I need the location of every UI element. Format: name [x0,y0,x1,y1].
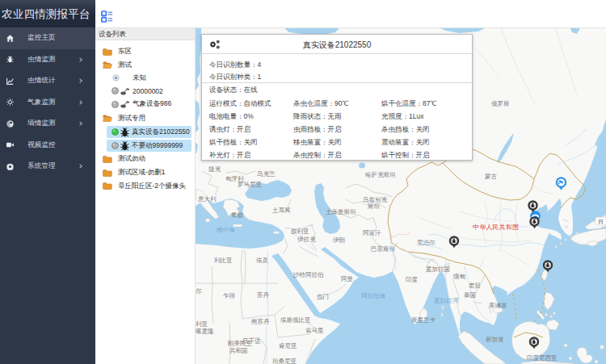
svg-text:俄罗斯: 俄罗斯 [491,100,510,107]
svg-text:罗马尼亚: 罗马尼亚 [238,181,263,188]
svg-text:阿曼: 阿曼 [341,275,354,282]
svg-text:土耳其: 土耳其 [272,207,291,214]
svg-text:索马里: 索马里 [305,327,324,334]
svg-text:蒙古: 蒙古 [485,173,498,180]
svg-text:伊拉克: 伊拉克 [297,236,316,243]
svg-text:苏丹: 苏丹 [257,291,270,299]
svg-text:叙利亚: 叙利亚 [291,228,309,235]
svg-text:缅甸: 缅甸 [452,273,465,280]
svg-text:埃塞俄比亚: 埃塞俄比亚 [280,316,311,324]
svg-text:也门: 也门 [317,293,329,300]
svg-text:新加坡: 新加坡 [486,336,504,343]
svg-text:捷克: 捷克 [208,165,221,173]
svg-text:伊朗: 伊朗 [333,236,345,244]
svg-text:地中海: 地中海 [216,226,235,233]
svg-text:柬埔寨: 柬埔寨 [489,302,507,309]
svg-text:孟加拉湾: 孟加拉湾 [434,297,459,304]
svg-text:希腊: 希腊 [231,211,244,219]
svg-text:孟加拉国: 孟加拉国 [426,266,450,273]
svg-text:阿拉伯海: 阿拉伯海 [361,292,386,299]
svg-text:坦桑尼亚: 坦桑尼亚 [271,358,297,364]
svg-text:喀麦隆: 喀麦隆 [196,328,214,335]
svg-text:土库曼斯坦: 土库曼斯坦 [326,208,356,215]
svg-text:南苏丹: 南苏丹 [250,318,270,325]
svg-text:泰国: 泰国 [464,291,476,299]
svg-text:肯尼亚: 肯尼亚 [279,342,297,349]
svg-text:乌克兰: 乌克兰 [256,170,276,178]
svg-text:巴基斯坦: 巴基斯坦 [371,245,396,253]
svg-text:沙特阿拉伯: 沙特阿拉伯 [292,271,324,278]
svg-text:乍得: 乍得 [223,292,236,299]
svg-text:斯坦: 斯坦 [368,203,381,210]
svg-text:埃及: 埃及 [255,257,269,264]
svg-text:老挝: 老挝 [469,282,481,289]
svg-text:印度尼西亚: 印度尼西亚 [527,354,558,362]
svg-text:阿富汗: 阿富汗 [363,229,381,236]
svg-text:中华人民共和国: 中华人民共和国 [473,224,519,231]
svg-text:意大利: 意大利 [198,195,217,203]
svg-text:利比亚: 利比亚 [214,257,233,264]
svg-text:哈萨克斯坦: 哈萨克斯坦 [365,171,396,178]
svg-text:共和国: 共和国 [229,347,248,354]
svg-text:印度: 印度 [406,276,419,283]
svg-text:刚果民主: 刚果民主 [228,340,253,347]
svg-text:尔: 尔 [196,287,202,295]
svg-text:日: 日 [598,219,604,225]
svg-text:斯里兰卡: 斯里兰卡 [411,316,436,324]
svg-text:利亚: 利亚 [196,320,208,328]
svg-text:尼泊尔: 尼泊尔 [417,239,436,246]
